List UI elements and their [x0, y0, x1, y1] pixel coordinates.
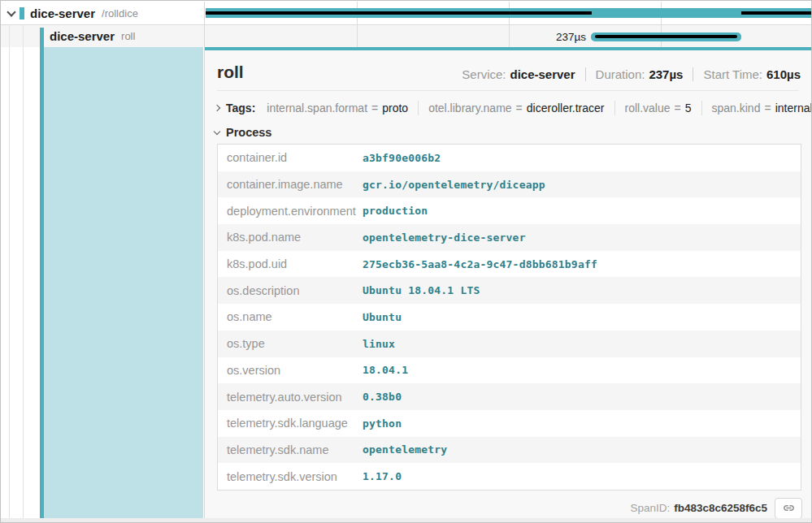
header-divider — [217, 90, 799, 91]
row-value: python — [363, 417, 402, 430]
row-key: os.type — [218, 337, 363, 350]
row-value: opentelemetry — [363, 443, 447, 456]
row-value: 0.38b0 — [363, 391, 402, 403]
table-row[interactable]: k8s.pod.uid 275ecb36-5aa8-4c2a-9c47-d8bb… — [218, 251, 801, 278]
selected-span-highlight — [44, 47, 203, 518]
row-value: opentelemetry-dice-server — [363, 231, 526, 244]
tag-item: span.kind=internal — [712, 102, 812, 115]
process-toggle[interactable]: Process — [215, 123, 799, 141]
span-detail-footer: SpanID: fb483c8c6258f6c5 — [205, 498, 811, 519]
tags-summary: internal.span.format=proto otel.library.… — [267, 101, 812, 115]
tags-section: Tags: internal.span.format=proto otel.li… — [215, 97, 799, 119]
span-row-roll[interactable]: dice-server roll — [1, 25, 204, 47]
start-time-value: 610µs — [766, 67, 801, 81]
duration-meta-label: Duration: — [596, 67, 645, 81]
table-row[interactable]: container.image.name gcr.io/opentelemetr… — [218, 171, 801, 198]
tag-value: diceroller.tracer — [527, 102, 605, 115]
span-bar-roll-line — [595, 35, 737, 38]
tag-divider — [614, 101, 615, 115]
table-row[interactable]: telemetry.sdk.name opentelemetry — [218, 437, 801, 464]
tag-key: internal.span.format — [267, 102, 367, 115]
row-value: Ubuntu — [363, 311, 402, 323]
row-value: production — [363, 205, 428, 217]
tag-divider — [418, 101, 419, 115]
service-value: dice-server — [510, 67, 575, 81]
row-key: container.id — [218, 151, 363, 164]
process-label: Process — [226, 126, 271, 139]
trace-detail-page: 237µs dice-server /rolldice dice-server … — [0, 0, 812, 523]
tag-item: roll.value=5 — [625, 102, 692, 115]
row-key: k8s.pod.name — [218, 231, 363, 244]
span-meta: Service: dice-server Duration: 237µs Sta… — [462, 67, 801, 83]
tag-item: internal.span.format=proto — [267, 102, 408, 115]
deep-link-button[interactable] — [775, 498, 802, 519]
meta-divider — [585, 67, 586, 81]
tag-key: span.kind — [712, 102, 761, 115]
table-row[interactable]: os.type linux — [218, 331, 801, 357]
row-key: k8s.pod.uid — [218, 257, 363, 270]
tag-item: otel.library.name=diceroller.tracer — [428, 102, 604, 115]
span-row-rolldice[interactable]: dice-server /rolldice — [1, 2, 204, 24]
spanid-label: SpanID: — [630, 502, 670, 514]
meta-divider — [693, 67, 693, 81]
chevron-down-icon[interactable] — [7, 7, 15, 16]
start-time-label: Start Time: — [703, 67, 762, 81]
span-bar-self-time — [206, 11, 592, 15]
row-key: os.version — [218, 364, 363, 377]
page-bottom-strip — [1, 518, 811, 522]
row-key: telemetry.auto.version — [218, 391, 363, 404]
tag-value: proto — [382, 102, 408, 115]
tags-label: Tags: — [226, 102, 255, 115]
operation-name: /rolldice — [102, 7, 138, 19]
row-key: telemetry.sdk.name — [218, 443, 363, 456]
tag-equals: = — [516, 102, 523, 115]
table-row[interactable]: k8s.pod.name opentelemetry-dice-server — [218, 224, 801, 251]
table-row[interactable]: telemetry.sdk.version 1.17.0 — [218, 463, 801, 490]
table-row[interactable]: deployment.environment production — [218, 197, 801, 224]
service-color-rail — [40, 28, 44, 518]
service-name: dice-server — [50, 29, 115, 43]
service-color-chip — [20, 7, 24, 19]
row-value: Ubuntu 18.04.1 LTS — [363, 284, 480, 296]
operation-name: roll — [121, 30, 135, 42]
duration-meta-value: 237µs — [649, 67, 683, 81]
table-row[interactable]: os.version 18.04.1 — [218, 357, 801, 384]
span-title: roll — [217, 62, 244, 83]
span-detail-panel: roll Service: dice-server Duration: 237µ… — [205, 47, 811, 518]
service-name: dice-server — [30, 6, 95, 20]
chevron-right-icon — [214, 105, 220, 111]
row-value: a3bf90e006b2 — [363, 152, 441, 164]
tag-key: roll.value — [625, 102, 671, 115]
span-detail-header: roll Service: dice-server Duration: 237µ… — [205, 50, 811, 83]
tag-equals: = — [371, 102, 378, 115]
table-row[interactable]: container.id a3bf90e006b2 — [218, 145, 801, 171]
table-row[interactable]: telemetry.sdk.language python — [218, 410, 801, 437]
tag-equals: = — [764, 102, 771, 115]
row-key: telemetry.sdk.version — [218, 470, 363, 483]
row-value: 1.17.0 — [363, 470, 402, 482]
table-row[interactable]: telemetry.auto.version 0.38b0 — [218, 383, 801, 410]
row-key: container.image.name — [218, 178, 363, 191]
tag-divider — [701, 101, 702, 115]
row-value: 18.04.1 — [363, 364, 408, 376]
row-key: os.description — [218, 284, 363, 297]
row-value: 275ecb36-5aa8-4c2a-9c47-d8bb681b9aff — [363, 258, 597, 270]
row-value: linux — [363, 338, 395, 350]
row-key: deployment.environment — [218, 205, 363, 218]
tag-value: internal — [775, 102, 812, 115]
row-key: telemetry.sdk.language — [218, 417, 363, 430]
process-table: container.id a3bf90e006b2 container.imag… — [217, 144, 801, 491]
table-row[interactable]: os.name Ubuntu — [218, 304, 801, 331]
span-bar-self-time — [741, 11, 811, 15]
link-icon — [782, 501, 796, 515]
tag-key: otel.library.name — [428, 102, 511, 115]
indent-guide — [9, 24, 10, 518]
row-value: gcr.io/opentelemetry/diceapp — [363, 179, 545, 191]
chevron-down-icon — [214, 128, 220, 134]
row-key: os.name — [218, 310, 363, 323]
indent-guide — [23, 24, 24, 518]
service-label: Service: — [462, 67, 506, 81]
table-row[interactable]: os.description Ubuntu 18.04.1 LTS — [218, 277, 801, 304]
tags-toggle[interactable]: Tags: — [215, 102, 255, 115]
duration-label: 237µs — [489, 31, 586, 44]
